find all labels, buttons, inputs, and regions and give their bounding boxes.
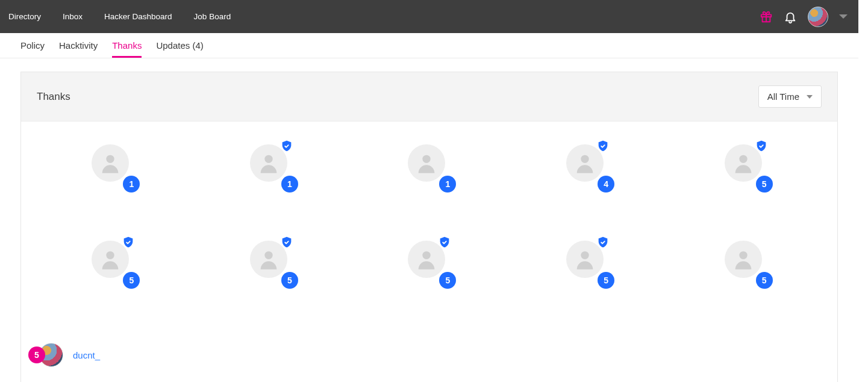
svg-point-6 [581, 155, 589, 163]
count-badge: 1 [439, 176, 456, 193]
tab-hacktivity[interactable]: Hacktivity [59, 33, 98, 58]
svg-point-5 [423, 155, 431, 163]
count-badge: 5 [756, 272, 773, 289]
tab-thanks[interactable]: Thanks [112, 33, 142, 58]
user-avatar[interactable] [808, 7, 828, 27]
page: Thanks All Time 1114555555 5 ducnt_ [0, 58, 858, 382]
hacker-item[interactable]: 5 [408, 241, 450, 283]
hacker-item[interactable]: 5 [566, 241, 608, 283]
verified-badge-icon [280, 236, 293, 251]
topbar: DirectoryInboxHacker DashboardJob Board [0, 0, 858, 33]
hacker-item[interactable]: 5 [250, 241, 292, 283]
verified-badge-icon [438, 236, 451, 251]
subnav: PolicyHacktivityThanksUpdates (4) [0, 33, 858, 58]
hacker-item[interactable]: 5 [725, 144, 767, 186]
verified-badge-icon [280, 140, 293, 155]
count-badge: 1 [123, 176, 140, 193]
verified-badge-icon [122, 236, 135, 251]
hacker-item[interactable]: 4 [566, 144, 608, 186]
count-badge: 5 [598, 272, 614, 289]
hacker-item[interactable]: 1 [92, 144, 134, 186]
svg-point-11 [581, 251, 589, 259]
time-filter-select[interactable]: All Time [758, 85, 822, 108]
verified-badge-icon [596, 140, 610, 155]
thanks-card: Thanks All Time 1114555555 5 ducnt_ [20, 72, 838, 382]
svg-point-4 [264, 155, 272, 163]
svg-point-7 [739, 155, 747, 163]
hacker-item[interactable]: 5 [92, 241, 134, 283]
hacker-item[interactable]: 1 [408, 144, 450, 186]
count-badge: 5 [439, 272, 456, 289]
footer-user-row: 5 ducnt_ [37, 343, 822, 367]
svg-point-12 [739, 251, 747, 259]
card-header: Thanks All Time [21, 72, 837, 122]
nav-link-inbox[interactable]: Inbox [52, 1, 93, 32]
svg-point-8 [107, 251, 114, 259]
card-title: Thanks [37, 91, 70, 103]
svg-point-10 [423, 251, 431, 259]
count-badge: 5 [123, 272, 140, 289]
time-filter-label: All Time [767, 91, 799, 102]
svg-point-3 [107, 155, 114, 163]
hacker-item[interactable]: 5 [725, 241, 767, 283]
nav-link-job-board[interactable]: Job Board [183, 1, 242, 32]
gift-icon[interactable] [760, 10, 773, 23]
footer-user-link[interactable]: ducnt_ [73, 350, 100, 360]
svg-point-9 [264, 251, 272, 259]
nav-link-directory[interactable]: Directory [8, 1, 52, 32]
nav-link-hacker-dashboard[interactable]: Hacker Dashboard [93, 1, 183, 32]
tab-updates-4[interactable]: Updates (4) [156, 33, 203, 58]
footer-user-avatar-wrap: 5 [39, 343, 63, 367]
tab-policy[interactable]: Policy [20, 33, 45, 58]
verified-badge-icon [596, 236, 610, 251]
count-badge: 5 [281, 272, 298, 289]
count-badge: 4 [598, 176, 614, 193]
count-badge: 1 [281, 176, 298, 193]
bell-icon[interactable] [784, 10, 797, 23]
chevron-down-icon [807, 95, 813, 99]
verified-badge-icon [755, 140, 768, 155]
hacker-item[interactable]: 1 [250, 144, 292, 186]
footer-user-rank-badge: 5 [28, 347, 45, 363]
hacker-avatar [408, 144, 445, 182]
topbar-right [760, 0, 848, 33]
card-body: 1114555555 5 ducnt_ [21, 122, 837, 382]
user-menu-caret-icon[interactable] [839, 14, 848, 19]
count-badge: 5 [756, 176, 773, 193]
hacker-avatar [92, 144, 129, 182]
hacker-avatar [725, 241, 762, 278]
